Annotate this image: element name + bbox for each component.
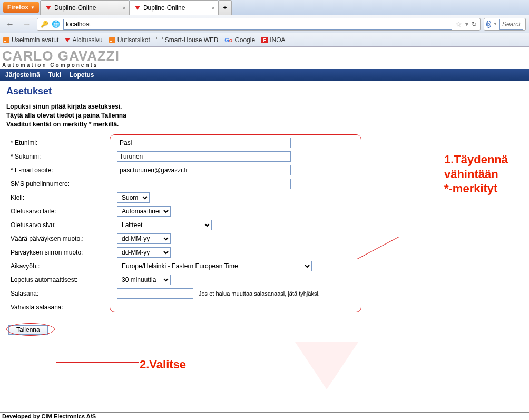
- firstname-input[interactable]: [117, 138, 291, 148]
- confirm-password-input[interactable]: [117, 302, 193, 312]
- bookmark-item[interactable]: Aloitussivu: [65, 36, 102, 44]
- site-icon: [135, 6, 140, 10]
- new-tab-button[interactable]: +: [218, 0, 232, 15]
- tab-title: Dupline-Online: [54, 4, 96, 12]
- rss-icon: [3, 37, 9, 43]
- search-engine-icon[interactable]: b: [486, 21, 491, 28]
- back-button[interactable]: ←: [3, 17, 17, 31]
- site-icon: [65, 38, 70, 42]
- bookmark-item[interactable]: FINOA: [261, 36, 285, 44]
- field-label: Lopetus automaattisest:: [6, 276, 117, 284]
- annotation-text-2: 2.Valitse: [140, 358, 186, 372]
- field-label: Aikavyöh.:: [6, 262, 117, 270]
- bookmark-item[interactable]: Smart-House WEB: [156, 36, 218, 44]
- site-icon: F: [261, 37, 268, 43]
- page-content: CARLO GAVAZZI Automation Components Järj…: [0, 47, 529, 420]
- bookmarks-toolbar: Useimmin avatut Aloitussivu Uutisotsikot…: [0, 33, 529, 47]
- annotation-text-1: 1.Täydennä vähintään *-merkityt: [444, 152, 508, 196]
- field-label: * E-mail osoite:: [6, 167, 117, 174]
- search-input[interactable]: [499, 19, 523, 30]
- dropdown-icon[interactable]: ▾: [465, 21, 468, 28]
- rss-icon: [109, 37, 115, 43]
- site-icon: [46, 6, 51, 10]
- footer: Developed by CIM Electronics A/S: [0, 412, 529, 420]
- password-hint: Jos et halua muuttaa salasanaasi, jätä t…: [199, 290, 320, 297]
- field-label: Oletusarvo laite:: [6, 208, 117, 215]
- search-bar[interactable]: b ▼: [484, 18, 526, 31]
- browser-nav-toolbar: ← → 🔑 🌐 ☆ ▾ ↻ b ▼: [0, 15, 529, 33]
- field-label: Kieli:: [6, 194, 117, 201]
- email-input[interactable]: [117, 165, 291, 175]
- intro-text: Lopuksi sinun pitää kirjata asetuksesi. …: [6, 102, 523, 129]
- logo-main: CARLO GAVAZZI: [2, 50, 527, 62]
- logo-sub: Automation Components: [2, 62, 527, 68]
- field-label: SMS puhelinnumero:: [6, 180, 117, 188]
- close-icon[interactable]: ×: [123, 5, 126, 11]
- menu-item[interactable]: Järjestelmä: [5, 71, 40, 79]
- browser-tab[interactable]: Dupline-Online ×: [129, 0, 219, 15]
- timezone-select[interactable]: Europe/Helsinki - Eastern European Time: [117, 261, 312, 271]
- logo: CARLO GAVAZZI Automation Components: [0, 47, 529, 69]
- field-label: Vahvista salasana:: [6, 304, 117, 311]
- logout-select[interactable]: 30 minuuttia: [117, 275, 171, 285]
- close-icon[interactable]: ×: [212, 5, 215, 11]
- bookmark-item[interactable]: Useimmin avatut: [3, 36, 58, 44]
- annotation-arrow: [295, 342, 358, 389]
- bookmark-star-icon[interactable]: ☆: [455, 20, 462, 28]
- menu-item[interactable]: Tuki: [48, 71, 61, 79]
- lastname-input[interactable]: [117, 151, 291, 162]
- dropdown-icon[interactable]: ▼: [493, 22, 497, 26]
- identity-icon: 🔑: [41, 21, 48, 28]
- globe-icon: 🌐: [52, 20, 60, 28]
- field-label: Oletusarvo sivu:: [6, 221, 117, 229]
- tab-title: Dupline-Online: [143, 4, 185, 12]
- password-input[interactable]: [117, 288, 193, 299]
- default-device-select[interactable]: Automaattinen: [117, 206, 171, 217]
- browser-tab[interactable]: Dupline-Online ×: [40, 0, 130, 15]
- field-label: Salasana:: [6, 290, 117, 297]
- reload-icon[interactable]: ↻: [472, 21, 477, 28]
- default-page-select[interactable]: Laitteet: [117, 220, 212, 230]
- language-select[interactable]: Suomi: [117, 192, 150, 203]
- forward-button[interactable]: →: [20, 17, 34, 31]
- bookmark-item[interactable]: GoGoogle: [224, 36, 255, 44]
- app-menubar: Järjestelmä Tuki Lopetus: [0, 69, 529, 81]
- field-label: Väärä päiväyksen muoto.:: [6, 235, 117, 242]
- menu-item[interactable]: Lopetus: [70, 71, 94, 79]
- browser-titlebar: Firefox▼ Dupline-Online × Dupline-Online…: [0, 0, 529, 15]
- sms-input[interactable]: [117, 179, 291, 189]
- address-bar[interactable]: 🔑 🌐 ☆ ▾ ↻: [37, 18, 481, 31]
- date-format-select[interactable]: dd-MM-yy: [117, 233, 171, 244]
- date-transfer-select[interactable]: dd-MM-yy: [117, 247, 171, 258]
- chevron-down-icon: ▼: [31, 5, 35, 10]
- page-title: Asetukset: [6, 86, 523, 97]
- tab-strip: Dupline-Online × Dupline-Online × +: [40, 0, 232, 15]
- field-label: * Sukunini:: [6, 153, 117, 160]
- url-input[interactable]: [63, 19, 452, 30]
- bookmark-item[interactable]: Uutisotsikot: [109, 36, 150, 44]
- annotation-line: [56, 362, 139, 363]
- page-icon: [156, 37, 163, 43]
- google-icon: Go: [224, 37, 232, 43]
- save-button[interactable]: Tallenna: [8, 325, 48, 335]
- field-label: * Etunimi:: [6, 139, 117, 146]
- field-label: Päiväyksen siirron muoto:: [6, 249, 117, 256]
- firefox-menu-button[interactable]: Firefox▼: [3, 2, 39, 13]
